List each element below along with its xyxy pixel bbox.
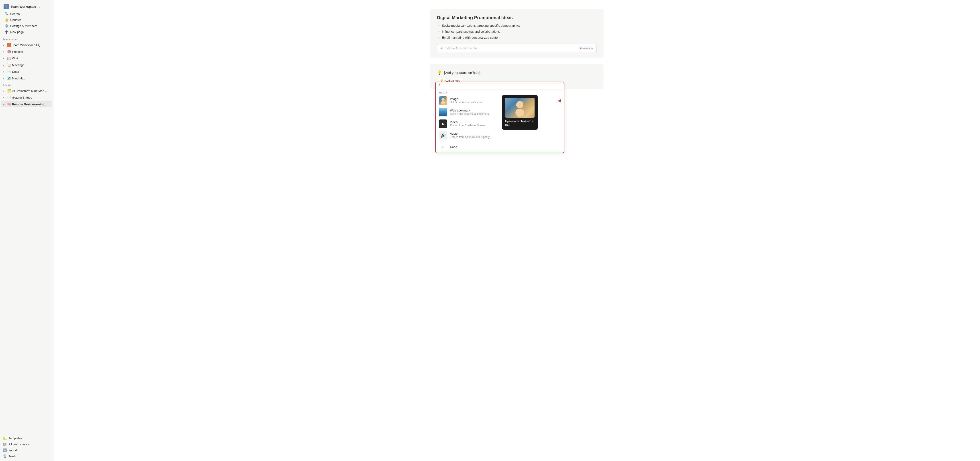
ai-generate-button[interactable]: Generate [580, 46, 593, 50]
import-icon: ⬇️ [3, 448, 7, 452]
private-section-label: Private [0, 82, 53, 87]
sidebar-item-remote-brainstorm[interactable]: ▶ 🧠 Remote Brainstorming [1, 101, 52, 107]
sidebar-item-docs[interactable]: ▶ 📄 Docs [1, 68, 52, 75]
main-content-area: Digital Marketing Promotional Ideas Soci… [54, 0, 980, 461]
remote-brainstorm-label: Remote Brainstorming [12, 103, 51, 106]
workspace-chevron-icon: ⌄ [38, 5, 41, 8]
slash-input-row[interactable]: / [436, 82, 564, 89]
audio-item-desc: Embed from SoundCloud, Spotify... [450, 136, 492, 139]
meetings-label: Meetings [12, 63, 51, 67]
slash-item-video[interactable]: ▶ Video Embed from YouTube, Vimeo... [436, 118, 564, 130]
sidebar-item-new-page[interactable]: ➕ New page [3, 29, 51, 35]
slash-command-box: / Media Image Upload or embed with a lin… [435, 82, 565, 153]
getting-started-icon: 📄 [7, 95, 11, 100]
import-label: Import [8, 448, 17, 452]
sidebar-item-ai-brainstorm[interactable]: ▶ 🗂️ AI Brainstorm Mind Map ... [1, 88, 52, 94]
chevron-down-icon: ▶ [3, 103, 6, 105]
chevron-right-icon: ▶ [3, 77, 6, 80]
ai-card-bullet-list: Social media campaigns targeting specifi… [437, 23, 597, 40]
trash-icon: 🗑️ [3, 454, 7, 458]
image-tooltip: Upload or embed with a link. [502, 95, 538, 130]
wiki-label: Wiki [12, 57, 51, 60]
slash-item-image[interactable]: Image Upload or embed with a link. ◀ [436, 95, 564, 106]
ai-bullet-2: Influencer partnerships and collaboratio… [442, 29, 597, 34]
chevron-right-icon: ▶ [3, 57, 6, 60]
sidebar-item-getting-started[interactable]: ▶ 📄 Getting Started [1, 94, 52, 101]
question-text: [Add your question here] [444, 71, 480, 74]
docs-icon: 📄 [7, 70, 11, 74]
sidebar-item-meetings[interactable]: ▶ 📋 Meetings [1, 62, 52, 68]
settings-label: Settings & members [10, 24, 37, 28]
sidebar-item-updates[interactable]: 🔔 Updates [3, 17, 51, 23]
projects-label: Projects [12, 50, 51, 54]
ai-star-icon: ✦ [440, 46, 443, 50]
chevron-right-icon: ▶ [3, 51, 6, 53]
code-brackets-icon: </> [439, 143, 447, 151]
sidebar-item-wiki[interactable]: ▶ 📖 Wiki [1, 55, 52, 62]
sidebar-item-projects[interactable]: ▶ 🎯 Projects [1, 49, 52, 55]
ai-input-placeholder[interactable]: Tell the AI what to write... [445, 46, 578, 50]
chevron-right-icon: ▶ [3, 64, 6, 66]
bulb-icon: 💡 [437, 70, 442, 75]
chevron-right-icon: ▶ [3, 71, 6, 73]
templates-icon: 📐 [3, 436, 7, 440]
image-item-desc: Upload or embed with a link. [450, 101, 484, 104]
updates-label: Updates [10, 18, 21, 22]
projects-icon: 🎯 [7, 49, 11, 54]
slash-item-code[interactable]: </> Code [436, 141, 564, 153]
video-thumbnail-icon: ▶ [439, 119, 447, 128]
slash-item-audio[interactable]: 🔊 Audio Embed from SoundCloud, Spotify..… [436, 130, 564, 141]
audio-item-title: Audio [450, 132, 492, 135]
search-label: Search [10, 12, 20, 16]
meetings-icon: 📋 [7, 63, 11, 67]
ai-card: Digital Marketing Promotional Ideas Soci… [430, 9, 604, 58]
web-bookmark-item-title: Web bookmark [450, 109, 490, 112]
web-bookmark-thumbnail-icon [439, 108, 447, 116]
chevron-right-icon: ▶ [3, 90, 6, 92]
getting-started-label: Getting Started [12, 96, 51, 99]
mindmap-icon: 🗺️ [7, 76, 11, 81]
ai-brainstorm-label: AI Brainstorm Mind Map ... [12, 89, 51, 93]
ai-bullet-3: Email marketing with personalized conten… [442, 35, 597, 40]
sidebar-item-mindmap[interactable]: ▶ 🗺️ Mind Map [1, 75, 52, 81]
video-item-desc: Embed from YouTube, Vimeo... [450, 124, 487, 127]
video-item-text: Video Embed from YouTube, Vimeo... [450, 120, 487, 127]
sidebar-item-search[interactable]: 🔍 Search [3, 11, 51, 17]
sidebar-item-settings[interactable]: ⚙️ Settings & members [3, 23, 51, 29]
image-thumbnail-icon [439, 96, 447, 105]
question-card: 💡 [Add your question here] 💡 Add an idea… [430, 64, 604, 89]
workspace-header[interactable]: T Team Workspace ⌄ [2, 3, 51, 11]
video-item-title: Video [450, 120, 487, 124]
new-page-label: New page [10, 30, 24, 33]
trash-label: Trash [8, 455, 16, 458]
chevron-right-icon: ▶ [3, 96, 6, 99]
sidebar-item-trash[interactable]: 🗑️ Trash [1, 453, 52, 459]
sidebar-item-all-teamspaces[interactable]: 🏢 All teamspaces [1, 441, 52, 447]
hq-label: Team Workspace HQ [12, 43, 51, 47]
slash-item-web-bookmark[interactable]: Web bookmark Save a link as a visual boo… [436, 106, 564, 118]
sidebar: T Team Workspace ⌄ 🔍 Search 🔔 Updates ⚙️… [0, 0, 54, 461]
templates-label: Templates [8, 437, 22, 440]
sidebar-item-hq[interactable]: ▶ T Team Workspace HQ [1, 42, 52, 48]
web-bookmark-item-text: Web bookmark Save a link as a visual boo… [450, 109, 490, 116]
slash-section-label: Media [436, 89, 564, 95]
docs-label: Docs [12, 70, 51, 73]
workspace-label: Team Workspace [11, 5, 36, 8]
botticelli-artwork-icon [505, 98, 535, 118]
ai-card-title: Digital Marketing Promotional Ideas [437, 15, 597, 20]
sidebar-item-import[interactable]: ⬇️ Import [1, 447, 52, 453]
ai-input-row[interactable]: ✦ Tell the AI what to write... Generate [437, 44, 597, 52]
code-thumbnail-icon: </> [439, 143, 447, 151]
web-bookmark-item-desc: Save a link as a visual bookmark. [450, 112, 490, 116]
audio-item-text: Audio Embed from SoundCloud, Spotify... [450, 132, 492, 139]
all-teamspaces-label: All teamspaces [8, 442, 29, 446]
ai-brainstorm-icon: 🗂️ [7, 89, 11, 93]
slash-command-overlay: / Media Image Upload or embed with a lin… [435, 82, 604, 153]
sidebar-item-templates[interactable]: 📐 Templates [1, 435, 52, 441]
play-icon: ▶ [439, 119, 447, 128]
workspace-icon: T [3, 4, 9, 10]
slash-character: / [439, 84, 440, 87]
search-icon: 🔍 [5, 12, 8, 16]
image-item-title: Image [450, 97, 484, 101]
mindmap-label: Mind Map [12, 77, 51, 80]
